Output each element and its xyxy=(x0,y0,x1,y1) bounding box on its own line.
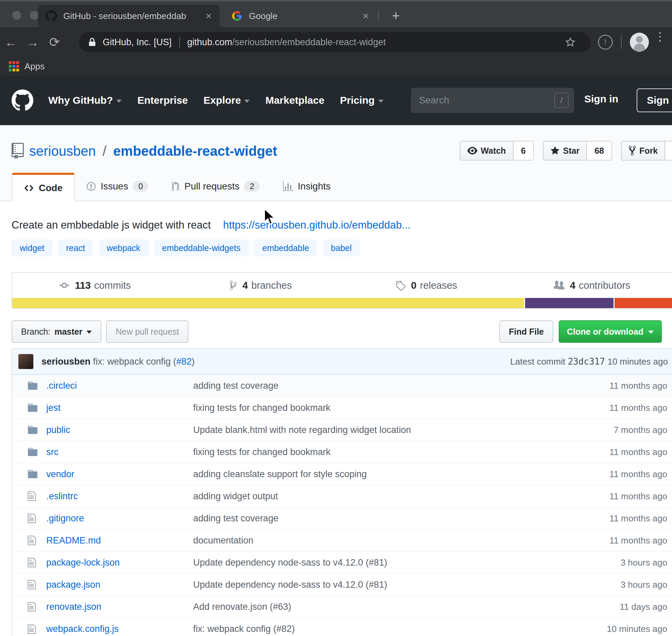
commit-message-link[interactable]: adding cleanslate support for style scop… xyxy=(193,469,535,480)
browser-tab-github[interactable]: GitHub - seriousben/embeddab × xyxy=(38,5,220,27)
browser-profile-avatar[interactable] xyxy=(630,33,649,52)
bookmark-star-icon[interactable] xyxy=(565,36,576,48)
new-pull-request-button[interactable]: New pull request xyxy=(106,320,188,343)
github-nav-item[interactable]: Marketplace xyxy=(265,95,324,106)
file-icon xyxy=(27,557,46,568)
file-age: 11 months ago xyxy=(535,381,672,391)
file-name-link[interactable]: public xyxy=(46,425,193,435)
commit-message-link[interactable]: documentation xyxy=(193,535,535,546)
topic-pill[interactable]: embeddable xyxy=(254,239,317,256)
topic-pill[interactable]: webpack xyxy=(99,239,149,256)
sign-in-link[interactable]: Sign in xyxy=(584,93,618,105)
github-nav-item[interactable]: Pricing xyxy=(340,95,384,106)
releases-stat[interactable]: 0releases xyxy=(343,280,509,291)
file-name-link[interactable]: vendor xyxy=(46,469,193,480)
file-name-link[interactable]: jest xyxy=(46,403,193,413)
browser-menu-icon[interactable]: ⋮ xyxy=(654,33,665,39)
file-name-link[interactable]: package.json xyxy=(46,580,193,590)
file-icon xyxy=(27,491,46,502)
file-name-link[interactable]: .gitignore xyxy=(46,513,193,524)
tab-pull-requests[interactable]: Pull requests2 xyxy=(160,172,271,201)
chevron-down-icon xyxy=(116,100,122,103)
contributors-stat[interactable]: 4contributors xyxy=(509,280,672,291)
fork-count[interactable]: 14 xyxy=(665,141,672,161)
commit-message-link[interactable]: adding test coverage xyxy=(193,513,535,524)
tab-code[interactable]: Code xyxy=(12,173,75,201)
topic-pill[interactable]: embeddable-widgets xyxy=(154,239,249,256)
address-bar[interactable]: GitHub, Inc. [US] github.com/seriousben/… xyxy=(79,32,590,52)
slash-shortcut-badge: / xyxy=(554,93,569,108)
repo-website-link[interactable]: https://seriousben.github.io/embeddab... xyxy=(223,219,410,231)
github-nav-item[interactable]: Why GitHub? xyxy=(48,95,122,106)
sign-up-button[interactable]: Sign up xyxy=(637,88,672,112)
commit-message-link[interactable]: Update dependency node-sass to v4.12.0 (… xyxy=(193,580,535,590)
file-row: publicUpdate blank.html with note regard… xyxy=(12,419,672,441)
file-row: vendoradding cleanslate support for styl… xyxy=(12,463,672,485)
github-search-box[interactable]: Search / xyxy=(411,88,574,113)
window-close-button[interactable] xyxy=(12,11,21,20)
watch-count[interactable]: 6 xyxy=(514,141,534,161)
commit-message-link[interactable]: Update dependency node-sass to v4.12.0 (… xyxy=(193,557,535,568)
bookmark-apps[interactable]: Apps xyxy=(24,61,45,72)
tab-issues[interactable]: Issues0 xyxy=(75,172,160,201)
window-minimize-button[interactable] xyxy=(30,11,39,20)
commit-sha[interactable]: 23dc317 xyxy=(568,356,605,367)
commits-stat[interactable]: 113commits xyxy=(12,280,178,291)
commit-message-link[interactable]: Update blank.html with note regarding wi… xyxy=(193,425,535,435)
tab-close-icon[interactable]: × xyxy=(360,10,371,22)
file-name-link[interactable]: renovate.json xyxy=(46,602,193,612)
commit-author-avatar[interactable] xyxy=(18,354,33,369)
back-button[interactable]: ← xyxy=(0,35,22,50)
star-button[interactable]: Star xyxy=(543,141,587,161)
watch-button[interactable]: Watch xyxy=(460,141,514,161)
github-nav-item[interactable]: Explore xyxy=(203,95,250,106)
github-logo-icon[interactable] xyxy=(12,89,33,111)
language-bar[interactable] xyxy=(12,298,672,308)
commit-message-link[interactable]: Add renovate.json (#63) xyxy=(193,602,535,612)
file-name-link[interactable]: .eslintrc xyxy=(46,491,193,502)
file-name-link[interactable]: .circleci xyxy=(46,381,193,391)
file-name-link[interactable]: webpack.config.js xyxy=(46,624,193,634)
file-name-link[interactable]: src xyxy=(46,447,193,457)
chevron-down-icon xyxy=(244,100,250,103)
branches-stat[interactable]: 4branches xyxy=(178,280,343,291)
file-row: README.mddocumentation11 months ago xyxy=(12,530,672,552)
topic-pill[interactable]: widget xyxy=(12,239,52,256)
tab-close-icon[interactable]: × xyxy=(203,10,214,22)
find-file-button[interactable]: Find File xyxy=(499,320,553,343)
star-count[interactable]: 68 xyxy=(587,141,612,161)
file-icon xyxy=(27,513,46,524)
clone-or-download-button[interactable]: Clone or download xyxy=(559,320,662,343)
site-identity[interactable]: GitHub, Inc. [US] xyxy=(103,37,172,48)
file-row: jestfixing tests for changed bookmark11 … xyxy=(12,397,672,419)
repo-name-link[interactable]: embeddable-react-widget xyxy=(113,144,277,159)
language-segment-css[interactable] xyxy=(525,298,615,308)
commit-message[interactable]: seriousben fix: webpack config (#82) xyxy=(41,356,510,367)
language-segment-javascript[interactable] xyxy=(12,298,525,308)
extension-icon[interactable]: ! xyxy=(598,35,613,50)
pr-link[interactable]: #82 xyxy=(176,356,191,367)
topic-pill[interactable]: react xyxy=(58,239,93,256)
commit-message-link[interactable]: adding widget output xyxy=(193,491,535,502)
file-name-link[interactable]: README.md xyxy=(46,535,193,546)
tab-insights[interactable]: Insights xyxy=(271,172,342,201)
language-segment-html[interactable] xyxy=(615,298,672,308)
file-name-link[interactable]: package-lock.json xyxy=(46,557,193,568)
repo-owner-link[interactable]: seriousben xyxy=(29,144,96,159)
branch-select-button[interactable]: Branch: master xyxy=(12,320,101,343)
commit-message-link[interactable]: fixing tests for changed bookmark xyxy=(193,403,535,413)
topic-pill[interactable]: babel xyxy=(323,239,360,256)
browser-tab-google[interactable]: Google × xyxy=(224,5,377,27)
new-tab-button[interactable]: + xyxy=(386,7,405,24)
google-favicon-icon xyxy=(231,10,243,22)
file-row: srcfixing tests for changed bookmark11 m… xyxy=(12,441,672,463)
commit-message-link[interactable]: fixing tests for changed bookmark xyxy=(193,447,535,457)
fork-button[interactable]: Fork xyxy=(621,141,665,161)
commit-message-link[interactable]: adding test coverage xyxy=(193,381,535,391)
reload-button[interactable]: ⟳ xyxy=(44,35,65,50)
repo-icon xyxy=(12,143,24,159)
forward-button[interactable]: → xyxy=(22,35,44,50)
topics-row: widgetreactwebpackembeddable-widgetsembe… xyxy=(0,231,672,256)
commit-message-link[interactable]: fix: webpack config (#82) xyxy=(193,624,535,634)
github-nav-item[interactable]: Enterprise xyxy=(137,95,188,106)
